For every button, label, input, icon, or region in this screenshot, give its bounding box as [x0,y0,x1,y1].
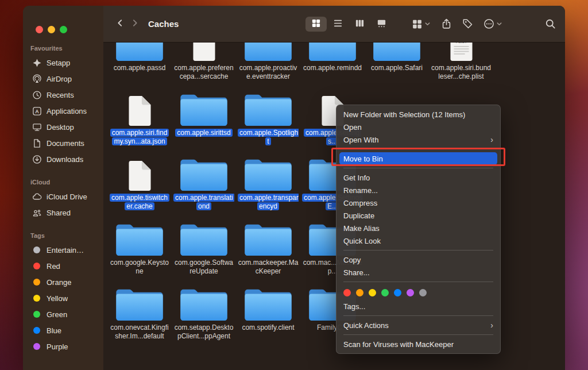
file-item-com-apple-tiswitcher-cache[interactable]: com.apple.tiswitcher.cache [107,154,172,219]
menu-item-label: Copy [343,256,493,264]
share-button[interactable] [441,18,452,29]
menu-item-open-with[interactable]: Open With› [339,133,497,146]
sidebar-item-label: Setapp [47,59,70,67]
close-button[interactable] [36,26,43,33]
folder-icon [115,219,164,257]
sidebar-item-purple[interactable]: Purple [23,338,103,354]
menu-item-get-info[interactable]: Get Info [339,171,497,184]
file-item-com-spotify-client[interactable]: com.spotify.client [236,284,300,349]
group-button[interactable] [412,18,431,29]
tags-button[interactable] [462,18,473,29]
search-button[interactable] [545,18,556,29]
tag-color-dot [33,311,40,318]
file-item-label: com.setapp.DesktopClient...ppAgent [173,323,234,341]
file-item-com-apple-spotlight[interactable]: com.apple.Spotlight [236,89,300,154]
menu-item-new-folder-with-selection-12-items[interactable]: New Folder with Selection (12 Items) [339,108,497,121]
zoom-button[interactable] [60,26,67,33]
file-item-com-setapp-desktopclient-ppagent[interactable]: com.setapp.DesktopClient...ppAgent [172,284,236,349]
menu-item-scan-for-viruses-with-mackeeper[interactable]: Scan for Viruses with MacKeeper [339,338,497,350]
tag-color-option[interactable] [369,289,376,296]
sidebar-item-applications[interactable]: AApplications [23,103,103,119]
menu-item-copy[interactable]: Copy [339,253,497,266]
folder-icon [243,219,293,257]
file-item-label: com.apple.siri.bundleser...che.plist [431,64,492,81]
view-mode-column-view[interactable] [349,17,370,32]
menu-separator [343,168,493,168]
folder-icon [179,284,229,322]
view-mode-gallery-view[interactable] [371,17,392,32]
sidebar-item-setapp[interactable]: Setapp [23,55,103,71]
tag-color-option[interactable] [381,289,389,296]
tag-color-option[interactable] [419,289,427,296]
menu-item-label: Share... [343,268,493,277]
applications-icon: A [32,106,42,116]
file-item-com-apple-proactive-eventtracker[interactable]: com.apple.proactive.eventtracker [236,43,300,89]
file-item-com-apple-passd[interactable]: com.apple.passd [107,43,172,89]
sidebar-item-label: Yellow [47,294,68,303]
file-item-com-apple-transparencyd[interactable]: com.apple.transparencyd [236,154,300,219]
tag-color-option[interactable] [356,289,363,296]
tag-color-option[interactable] [343,289,351,296]
file-item-com-apple-siri-bundleser-che-plist[interactable]: PLISTcom.apple.siri.bundleser...che.plis… [429,43,493,89]
sidebar-item-green[interactable]: Green [23,306,103,322]
menu-item-label: Open [343,123,493,132]
sidebar-item-label: Recents [47,91,74,99]
more-button[interactable] [483,18,502,29]
tag-color-dot [33,295,40,302]
sidebar-item-orange[interactable]: Orange [23,274,103,290]
sidebar-item-label: Red [47,262,60,271]
sidebar-item-label: Desktop [47,123,74,132]
back-button[interactable] [113,16,127,32]
menu-item-quick-actions[interactable]: Quick Actions› [339,319,497,332]
file-item-com-google-softwareupdate[interactable]: com.google.SoftwareUpdate [172,219,236,284]
forward-button[interactable] [127,16,142,32]
sidebar-item-recents[interactable]: Recents [23,87,103,103]
menu-item-move-to-bin[interactable]: Move to Bin [339,152,497,165]
menu-item-make-alias[interactable]: Make Alias [339,222,497,234]
sidebar-item-label: AirDrop [47,75,72,83]
menu-item-share[interactable]: Share... [339,266,497,279]
sidebar-item-yellow[interactable]: Yellow [23,290,103,306]
file-item-com-apple-safari[interactable]: com.apple.Safari [365,43,429,89]
menu-item-label: Tags... [343,302,493,311]
file-item-com-apple-siri-findmy-syn-ata-json[interactable]: com.apple.siri.findmy.syn...ata.json [107,89,172,154]
menu-item-label: Duplicate [343,211,493,220]
sidebar-item-downloads[interactable]: Downloads [23,151,103,167]
folder-icon [243,89,293,127]
menu-item-compress[interactable]: Compress [339,196,497,209]
menu-item-rename[interactable]: Rename... [339,184,497,196]
view-mode-icon-view[interactable] [305,17,327,32]
folder-icon [115,43,164,62]
menu-item-duplicate[interactable]: Duplicate [339,209,497,222]
sidebar-section-header-favourites: Favourites [30,45,103,52]
folder-icon [115,284,164,322]
view-mode-list-view[interactable] [327,17,349,32]
sidebar-item-documents[interactable]: Documents [23,135,103,151]
file-item-com-apple-sirittsd[interactable]: com.apple.sirittsd [172,89,236,154]
menu-separator [343,334,493,335]
menu-item-open[interactable]: Open [339,121,497,133]
sidebar-item-red[interactable]: Red [23,258,103,274]
sidebar-item-airdrop[interactable]: AirDrop [23,71,103,87]
downloads-icon [32,154,42,164]
file-item-com-mackeeper-mackeeper[interactable]: com.mackeeper.MacKeeper [236,219,300,284]
minimize-button[interactable] [48,26,55,33]
file-item-com-google-keystone[interactable]: com.google.Keystone [107,219,172,284]
file-item-com-apple-remindd[interactable]: com.apple.remindd [300,43,365,89]
sidebar-item-shared[interactable]: Shared [23,205,103,221]
sidebar-item-icloud-drive[interactable]: iCloud Drive [23,188,103,205]
sidebar-item-blue[interactable]: Blue [23,322,103,338]
sidebar-sections: FavouritesSetappAirDropRecentsAApplicati… [23,45,103,354]
file-item-com-apple-translationd[interactable]: com.apple.translationd [172,154,236,219]
tag-color-option[interactable] [407,289,414,296]
folder-icon [179,154,229,192]
tag-color-option[interactable] [394,289,401,296]
file-item-com-onevcat-kingfisher-im-default[interactable]: com.onevcat.Kingfisher.Im...default [107,284,172,349]
menu-separator [343,282,493,282]
file-item-com-apple-preferencepa-sercache[interactable]: com.apple.preferencepa...sercache [172,43,236,89]
menu-item-quick-look[interactable]: Quick Look [339,234,497,247]
sidebar-item-entertain[interactable]: Entertain… [23,242,103,258]
menu-item-tags[interactable]: Tags... [339,300,497,313]
sidebar-item-desktop[interactable]: Desktop [23,119,103,135]
submenu-chevron-icon: › [490,136,493,144]
